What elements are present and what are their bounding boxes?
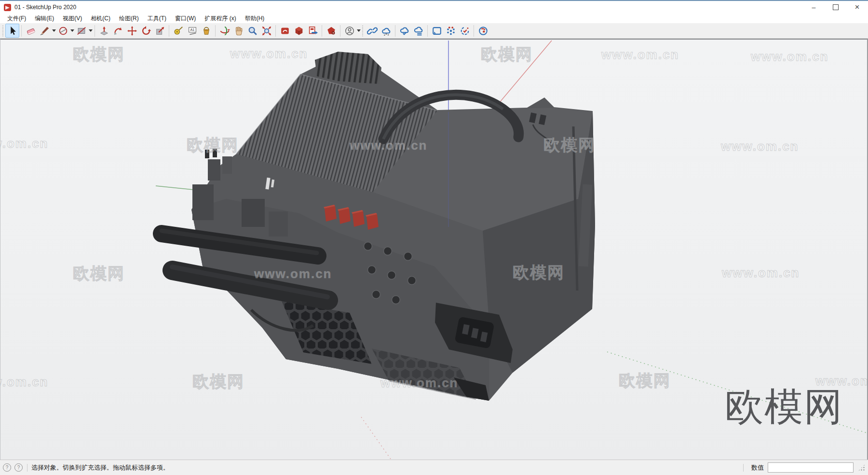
- cloud-publish[interactable]: [397, 24, 411, 38]
- account-dropdown[interactable]: [356, 24, 361, 37]
- pan-hand-icon: [233, 26, 244, 36]
- eraser-tool[interactable]: [24, 24, 38, 38]
- zoom-extents-tool[interactable]: [259, 24, 273, 38]
- pan-tool[interactable]: [231, 24, 245, 38]
- maximize-button[interactable]: [825, 1, 846, 14]
- viewport[interactable]: 欧模网www.om.cn欧模网www.om.cnwww.om.cnwww.om.…: [0, 39, 868, 460]
- tape-measure-tool[interactable]: [171, 24, 185, 38]
- sketchup-window: 01 - SketchUp Pro 2020 – × 文件(F) 编辑(E) 视…: [0, 0, 868, 475]
- arc-tool[interactable]: [56, 24, 70, 38]
- menubar: 文件(F) 编辑(E) 视图(V) 相机(C) 绘图(R) 工具(T) 窗口(W…: [0, 14, 868, 23]
- rectangle-icon: [76, 26, 87, 36]
- cloud-lines-icon: [413, 26, 424, 36]
- green-axis-dotted: [607, 352, 867, 433]
- rotate-icon: [141, 26, 151, 36]
- clock-check-icon: [460, 26, 470, 36]
- connect-sync[interactable]: [458, 24, 472, 38]
- send-to-layout[interactable]: [306, 24, 320, 38]
- move-icon: [127, 26, 137, 36]
- link-icon: [367, 26, 378, 36]
- measurements-label: 数值: [751, 463, 764, 472]
- red-axis-dotted: [361, 417, 392, 460]
- share-model-icon: [294, 26, 304, 36]
- frame-icon: [432, 26, 442, 36]
- followme-tool[interactable]: [111, 24, 125, 38]
- share-model[interactable]: [292, 24, 306, 38]
- credits-icon[interactable]: ?: [14, 463, 23, 472]
- tape-measure-icon: [173, 26, 184, 36]
- dimension-icon: A1: [187, 26, 198, 36]
- arc-tool-dropdown[interactable]: [70, 24, 74, 37]
- measurements-input[interactable]: [768, 462, 854, 473]
- 3d-warehouse[interactable]: [278, 24, 292, 38]
- menu-tools[interactable]: 工具(T): [143, 14, 171, 24]
- orbit-tool[interactable]: [217, 24, 231, 38]
- toolbar: A1: [0, 23, 868, 39]
- line-tool-dropdown[interactable]: [52, 24, 56, 37]
- line-tool[interactable]: [38, 24, 52, 38]
- cloud-details[interactable]: [411, 24, 425, 38]
- menu-file[interactable]: 文件(F): [3, 14, 30, 24]
- eraser-icon: [26, 26, 36, 36]
- paint-bucket-icon: [201, 26, 212, 36]
- trimble-connect[interactable]: [379, 24, 393, 38]
- connect-settings[interactable]: [444, 24, 458, 38]
- paint-bucket-tool[interactable]: [199, 24, 213, 38]
- account-person-icon: [344, 26, 355, 36]
- menu-draw[interactable]: 绘图(R): [115, 14, 143, 24]
- gear-dots-icon: [446, 26, 456, 36]
- trimble-toolbar-grip[interactable]: [362, 26, 364, 36]
- dimension-tool[interactable]: A1: [185, 24, 199, 38]
- scale-tool[interactable]: [153, 24, 167, 38]
- connect-frame[interactable]: [430, 24, 444, 38]
- select-arrow-icon: [7, 26, 18, 36]
- viewer-circle-icon: [478, 26, 488, 36]
- 3d-warehouse-icon: [280, 26, 290, 36]
- menu-window[interactable]: 窗口(W): [171, 14, 200, 24]
- sketchup-viewer[interactable]: [476, 24, 490, 38]
- select-tool[interactable]: [5, 24, 19, 38]
- maximize-icon: [833, 4, 839, 10]
- rotate-tool[interactable]: [139, 24, 153, 38]
- status-message: 选择对象。切换到扩充选择。拖动鼠标选择多项。: [31, 463, 169, 472]
- menu-edit[interactable]: 编辑(E): [30, 14, 58, 24]
- cloud-molecule-icon: [381, 26, 392, 36]
- window-title: 01 - SketchUp Pro 2020: [14, 4, 76, 11]
- statusbar: ? ? 选择对象。切换到扩充选择。拖动鼠标选择多项。 数值: [0, 460, 868, 475]
- zoom-extents-icon: [261, 26, 272, 36]
- rectangle-tool[interactable]: [74, 24, 88, 38]
- orbit-icon: [219, 26, 230, 36]
- menu-camera[interactable]: 相机(C): [86, 14, 115, 24]
- geolocation-icon[interactable]: ?: [3, 463, 11, 472]
- sketchup-logo-icon: [4, 4, 11, 11]
- zoom-tool[interactable]: [245, 24, 259, 38]
- pushpull-icon: [99, 26, 109, 36]
- move-tool[interactable]: [125, 24, 139, 38]
- minimize-button[interactable]: –: [803, 1, 825, 14]
- svg-text:A1: A1: [190, 28, 194, 32]
- send-to-layout-icon: [308, 26, 318, 36]
- followme-icon: [113, 26, 123, 36]
- extension-warehouse-icon: [326, 26, 337, 36]
- pushpull-tool[interactable]: [97, 24, 111, 38]
- rectangle-tool-dropdown[interactable]: [88, 24, 93, 37]
- menu-view[interactable]: 视图(V): [58, 14, 86, 24]
- zoom-icon: [247, 26, 258, 36]
- pencil-icon: [40, 26, 50, 36]
- model-3d-view: [0, 40, 867, 460]
- trimble-connect-link[interactable]: [365, 24, 379, 38]
- extension-warehouse[interactable]: [324, 24, 338, 38]
- scale-icon: [155, 26, 165, 36]
- close-button[interactable]: ×: [846, 1, 868, 14]
- resize-grip[interactable]: [858, 464, 865, 471]
- menu-help[interactable]: 帮助(H): [241, 14, 269, 24]
- menu-extensions[interactable]: 扩展程序 (x): [200, 14, 240, 24]
- cloud-check-icon: [399, 26, 410, 36]
- arc-icon: [58, 26, 68, 36]
- titlebar: 01 - SketchUp Pro 2020 – ×: [0, 1, 868, 14]
- toolbar-grip[interactable]: [2, 26, 4, 36]
- account[interactable]: [342, 24, 356, 38]
